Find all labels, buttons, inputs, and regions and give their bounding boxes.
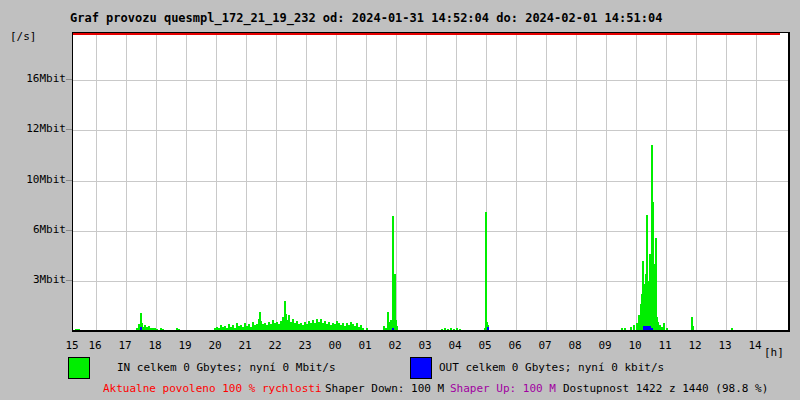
horizontal-gridline	[73, 181, 788, 182]
y-axis-tick-label: 3Mbit	[0, 273, 66, 286]
in-series-bar	[731, 328, 733, 330]
legend-in-swatch	[68, 357, 90, 379]
x-axis-tick-label: 16	[88, 339, 101, 352]
y-axis-tick-label: 16Mbit	[0, 72, 66, 85]
in-series-bar	[366, 328, 368, 330]
in-series-bar	[156, 329, 158, 330]
out-series-bar	[487, 327, 489, 330]
y-axis-tick-mark	[66, 180, 72, 181]
x-axis-tick-label: 21	[238, 339, 251, 352]
in-series-bar	[447, 329, 449, 330]
in-series-bar	[78, 329, 80, 330]
x-axis-tick-label: 20	[208, 339, 221, 352]
status-availability: Dostupnost 1422 z 1440 (98.8 %)	[563, 382, 768, 395]
y-axis-tick-label: 12Mbit	[0, 122, 66, 135]
legend-out-label: OUT celkem 0 Gbytes; nyní 0 kbit/s	[439, 361, 664, 374]
horizontal-gridline	[73, 80, 788, 81]
in-series-bar	[621, 328, 623, 330]
x-axis-tick-label: 23	[298, 339, 311, 352]
x-axis-tick-label: 01	[358, 339, 371, 352]
in-series-bar	[666, 328, 668, 330]
status-shaper-up: Shaper Up: 100 M	[450, 382, 556, 395]
in-series-bar	[630, 327, 632, 330]
x-axis-tick-label: 14	[748, 339, 761, 352]
out-series-bar	[392, 328, 394, 330]
legend-out-swatch	[410, 357, 432, 379]
y-axis-tick-label: 6Mbit	[0, 223, 66, 236]
y-axis-tick-mark	[66, 280, 72, 281]
in-series-bar	[396, 326, 398, 330]
x-axis-tick-label: 04	[448, 339, 461, 352]
status-allowed-speed: Aktualne povoleno 100 % rychlosti	[103, 382, 322, 395]
x-axis-tick-label: 09	[598, 339, 611, 352]
legend-in-label: IN celkem 0 Gbytes; nyní 0 Mbit/s	[117, 361, 336, 374]
in-series-bar	[663, 323, 665, 330]
plot-area	[72, 32, 790, 332]
in-series-bar	[441, 329, 443, 330]
in-series-bar	[444, 328, 446, 330]
y-axis-tick-mark	[66, 79, 72, 80]
x-axis-tick-label: 10	[628, 339, 641, 352]
in-series-bar	[178, 329, 180, 330]
x-axis-tick-label: 11	[658, 339, 671, 352]
horizontal-gridline	[73, 130, 788, 131]
x-axis-tick-label: 02	[388, 339, 401, 352]
x-axis-tick-label: 17	[118, 339, 131, 352]
in-series-bar	[162, 329, 164, 330]
horizontal-gridline	[73, 231, 788, 232]
in-series-bar	[633, 325, 635, 330]
traffic-graph-page: { "title": "Graf provozu quesmpl_172_21_…	[0, 0, 800, 400]
x-axis-tick-label: 22	[268, 339, 281, 352]
x-axis-tick-label: 00	[328, 339, 341, 352]
x-axis-tick-label: 12	[688, 339, 701, 352]
x-axis-tick-label: 18	[148, 339, 161, 352]
y-axis-tick-label: 10Mbit	[0, 173, 66, 186]
horizontal-gridline	[73, 281, 788, 282]
x-axis-tick-label: 05	[478, 339, 491, 352]
in-series-bar	[485, 212, 487, 330]
in-series-bar	[692, 326, 694, 330]
in-series-bar	[456, 328, 458, 330]
x-axis-tick-label: 06	[508, 339, 521, 352]
x-axis-tick-label: 13	[718, 339, 731, 352]
out-series-bar	[651, 328, 653, 330]
x-axis-tick-label: 07	[538, 339, 551, 352]
x-axis-tick-label: 03	[418, 339, 431, 352]
in-series-bar	[453, 329, 455, 330]
in-series-bar	[624, 328, 626, 330]
y-axis-tick-mark	[66, 230, 72, 231]
y-axis-unit-label: [/s]	[10, 30, 37, 43]
x-axis-tick-label: 15	[65, 339, 78, 352]
max-allowed-speed-line	[73, 33, 780, 35]
graph-title: Graf provozu quesmpl_172_21_19_232 od: 2…	[70, 11, 662, 25]
y-axis-tick-mark	[66, 129, 72, 130]
x-axis-tick-label: 08	[568, 339, 581, 352]
out-series-bar	[140, 327, 142, 330]
in-series-bar	[459, 329, 461, 330]
in-series-bar	[450, 328, 452, 330]
x-axis-tick-label: 19	[178, 339, 191, 352]
status-shaper-down: Shaper Down: 100 M	[325, 382, 444, 395]
in-series-bar	[362, 328, 364, 330]
x-axis-unit-label: [h]	[764, 346, 784, 359]
